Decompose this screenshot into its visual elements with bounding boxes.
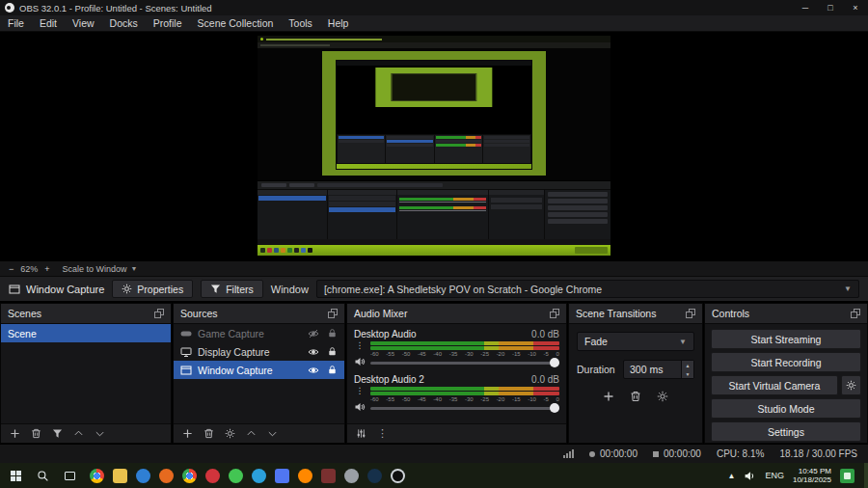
transition-properties-button[interactable]	[657, 391, 668, 402]
add-scene-button[interactable]	[10, 428, 20, 439]
source-properties-button[interactable]	[225, 428, 235, 439]
dock-popout-icon[interactable]	[686, 309, 695, 318]
volume-slider-handle[interactable]	[550, 358, 559, 367]
start-recording-button[interactable]: Start Recording	[711, 352, 861, 372]
dock-popout-icon[interactable]	[154, 309, 164, 318]
lock-icon[interactable]	[327, 365, 338, 375]
filters-button[interactable]: Filters	[201, 280, 263, 298]
spin-up-icon[interactable]: ▲	[682, 361, 693, 369]
source-item-display-capture[interactable]: Display Capture	[174, 342, 344, 361]
properties-button[interactable]: Properties	[112, 280, 193, 298]
lock-icon[interactable]	[327, 346, 338, 357]
taskbar-app-chrome-icon[interactable]	[90, 469, 104, 483]
show-desktop-button[interactable]	[864, 463, 868, 488]
move-source-up-button[interactable]	[246, 428, 257, 439]
mini-inner-taskbar	[337, 164, 531, 169]
zoom-out-button[interactable]: −	[9, 264, 14, 274]
taskbar-clock[interactable]: 10:45 PM 10/18/2025	[793, 467, 831, 484]
menu-docks[interactable]: Docks	[102, 15, 146, 31]
mini-dock-row	[258, 189, 610, 239]
transitions-dock-header: Scene Transitions	[569, 304, 702, 324]
language-indicator[interactable]: ENG	[765, 471, 784, 480]
menu-tools[interactable]: Tools	[281, 15, 320, 31]
volume-slider[interactable]	[370, 403, 559, 413]
taskbar-app-opera-icon[interactable]	[205, 469, 220, 483]
start-button[interactable]	[2, 463, 29, 488]
mute-speaker-icon[interactable]	[354, 401, 366, 413]
eye-icon[interactable]	[308, 346, 319, 358]
virtual-camera-settings-button[interactable]	[841, 375, 861, 395]
taskbar-app-steam-icon[interactable]	[367, 469, 382, 483]
zoom-in-button[interactable]: +	[44, 264, 49, 274]
eye-slash-icon[interactable]	[308, 328, 319, 339]
dock-popout-icon[interactable]	[328, 309, 338, 318]
duration-spinbox[interactable]: 300 ms ▲ ▼	[623, 360, 694, 379]
menu-scene-collection[interactable]: Scene Collection	[190, 15, 282, 31]
channel-menu-icon[interactable]: ⋮	[356, 388, 365, 394]
remove-source-button[interactable]	[203, 428, 214, 439]
taskbar-app-icon[interactable]	[344, 469, 359, 483]
advanced-audio-button[interactable]	[356, 428, 366, 439]
source-item-window-capture[interactable]: Window Capture	[174, 361, 344, 379]
volume-slider[interactable]	[370, 358, 559, 367]
taskbar-app-icon[interactable]	[321, 469, 336, 483]
source-item-game-capture[interactable]: Game Capture	[174, 324, 344, 342]
mute-speaker-icon[interactable]	[354, 356, 366, 367]
transition-select[interactable]: Fade ▼	[577, 332, 694, 351]
search-button[interactable]	[29, 463, 56, 488]
move-source-down-button[interactable]	[267, 428, 278, 439]
taskbar-app-chrome-icon[interactable]	[182, 469, 197, 483]
taskbar-app-discord-icon[interactable]	[275, 469, 289, 483]
add-source-button[interactable]	[182, 428, 193, 439]
remove-scene-button[interactable]	[31, 428, 41, 439]
preview-canvas[interactable]	[0, 32, 868, 261]
window-select-dropdown[interactable]: [chrome.exe]: A Shedletsky POV on Scratc…	[316, 280, 859, 298]
menu-edit[interactable]: Edit	[32, 15, 65, 31]
dock-popout-icon[interactable]	[851, 309, 860, 318]
source-list: Game Capture Display Capture	[174, 324, 344, 423]
scene-filters-button[interactable]	[52, 428, 63, 439]
start-virtual-camera-button[interactable]: Start Virtual Camera	[711, 375, 838, 395]
lock-icon[interactable]	[327, 328, 338, 339]
taskbar-app-vlc-icon[interactable]	[298, 469, 312, 483]
maximize-button[interactable]: □	[818, 0, 843, 15]
studio-mode-button[interactable]: Studio Mode	[711, 398, 861, 419]
notification-icon[interactable]	[840, 469, 854, 483]
scene-item[interactable]: Scene	[1, 324, 171, 342]
taskbar-app-firefox-icon[interactable]	[159, 469, 174, 483]
tray-expand-icon[interactable]: ▲	[728, 472, 736, 480]
volume-icon[interactable]	[744, 470, 756, 482]
zoom-level: 62%	[20, 264, 38, 274]
chevron-down-icon: ▼	[838, 285, 852, 293]
taskbar-app-folder-icon[interactable]	[113, 469, 127, 483]
volume-meter	[370, 387, 559, 391]
volume-meter	[370, 341, 559, 345]
audio-mixer-dock: Audio Mixer Desktop Audio 0.0 dB ⋮	[346, 303, 567, 444]
eye-icon[interactable]	[308, 365, 319, 376]
dock-popout-icon[interactable]	[550, 309, 559, 318]
menu-profile[interactable]: Profile	[146, 15, 190, 31]
menu-view[interactable]: View	[65, 15, 102, 31]
start-streaming-button[interactable]: Start Streaming	[711, 329, 861, 349]
spin-down-icon[interactable]: ▼	[682, 369, 693, 378]
move-scene-down-button[interactable]	[95, 428, 105, 439]
mixer-menu-icon[interactable]: ⋮	[377, 430, 388, 437]
taskbar-app-telegram-icon[interactable]	[252, 469, 266, 483]
task-view-button[interactable]	[56, 463, 83, 488]
add-transition-button[interactable]	[603, 391, 614, 402]
channel-menu-icon[interactable]: ⋮	[356, 342, 365, 349]
close-button[interactable]: ×	[843, 0, 868, 15]
volume-slider-handle[interactable]	[550, 403, 559, 413]
scale-mode-dropdown[interactable]: Scale to Window ▼	[63, 264, 138, 274]
mini-recursive-preview	[375, 68, 492, 107]
move-scene-up-button[interactable]	[73, 428, 84, 439]
taskbar-app-edge-icon[interactable]	[136, 469, 150, 483]
minimize-button[interactable]: ─	[793, 0, 818, 15]
settings-button[interactable]: Settings	[711, 421, 861, 442]
remove-transition-button[interactable]	[630, 391, 641, 402]
mini-obs-window	[336, 60, 532, 170]
menu-help[interactable]: Help	[320, 15, 357, 31]
menu-file[interactable]: File	[0, 15, 32, 31]
taskbar-app-obs-icon[interactable]	[391, 469, 405, 483]
taskbar-app-whatsapp-icon[interactable]	[229, 469, 243, 483]
